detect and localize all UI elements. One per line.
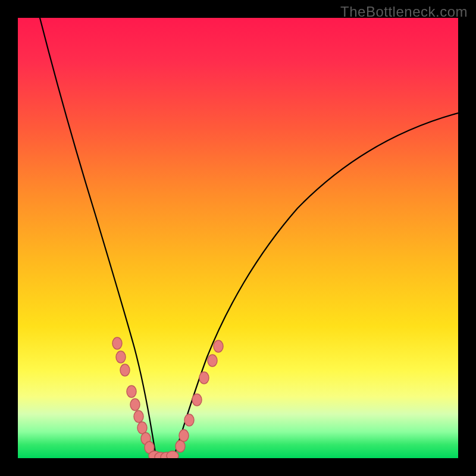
bead <box>141 433 151 444</box>
bead <box>116 351 126 363</box>
chart-frame: TheBottleneck.com <box>0 0 476 476</box>
bead <box>137 422 147 434</box>
watermark-text: TheBottleneck.com <box>340 4 468 20</box>
bead <box>167 451 178 458</box>
bead <box>130 399 140 411</box>
bead <box>127 386 136 397</box>
bead-group <box>112 337 223 458</box>
bead <box>179 430 189 441</box>
bead <box>184 414 194 426</box>
bead <box>120 364 130 376</box>
bead <box>145 441 154 453</box>
bead <box>155 452 167 458</box>
bottleneck-curve <box>18 18 458 458</box>
bead <box>199 372 209 384</box>
bead <box>192 394 202 406</box>
bead <box>176 440 185 452</box>
curve-valley <box>156 456 174 458</box>
chart-plot-area <box>18 18 458 458</box>
bead <box>161 452 173 458</box>
curve-right <box>174 113 458 457</box>
curve-left <box>40 18 156 456</box>
bead <box>134 411 143 422</box>
bead <box>214 340 223 352</box>
bead <box>208 355 217 367</box>
bead <box>149 451 161 458</box>
bead <box>112 337 122 349</box>
